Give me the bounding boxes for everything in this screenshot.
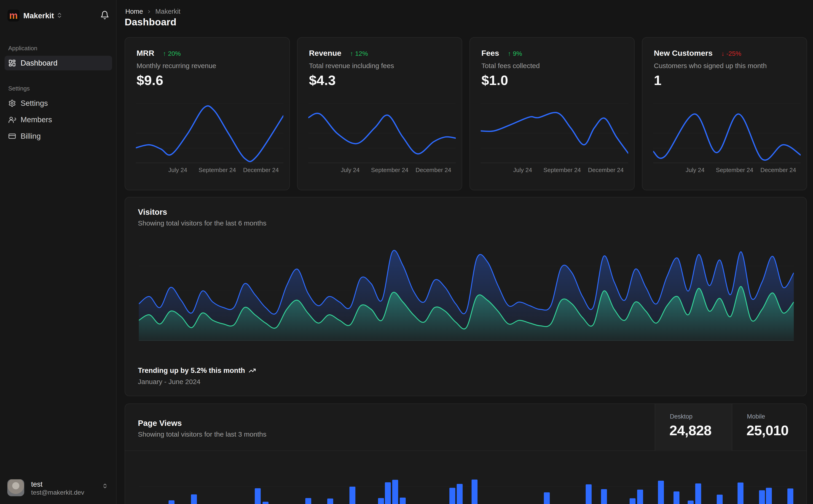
visitors-title: Visitors <box>138 207 167 217</box>
breadcrumb-current: Makerkit <box>155 8 180 15</box>
breadcrumb-home[interactable]: Home <box>125 8 143 15</box>
stat-description: Monthly recurring revenue <box>136 62 216 70</box>
logo-letter: m <box>9 11 18 20</box>
page-views-header: Page Views Showing total visitors for th… <box>125 404 806 451</box>
credit-card-icon <box>8 132 16 140</box>
desktop-value: 24,828 <box>669 422 712 438</box>
visitors-trend: Trending up by 5.2% this month <box>138 366 256 375</box>
chevrons-up-down-icon[interactable] <box>56 12 63 19</box>
stat-card-revenue: Revenue ↑12% Total revenue including fee… <box>297 37 462 190</box>
stat-value: 1 <box>654 72 662 88</box>
sidebar-item-settings[interactable]: Settings <box>5 96 112 111</box>
page-title: Dashboard <box>125 16 176 28</box>
stat-value: $1.0 <box>481 72 508 88</box>
main-content: Home Makerkit Dashboard MRR ↑20% Monthly… <box>117 0 813 504</box>
stat-description: Total revenue including fees <box>309 62 394 70</box>
stat-change-badge: ↓-25% <box>721 50 741 57</box>
avatar <box>7 479 24 496</box>
stat-description: Customers who signed up this month <box>654 62 767 70</box>
stat-card-fees: Fees ↑9% Total fees collected $1.0 July … <box>469 37 635 190</box>
nav-section-application: Application <box>8 45 37 52</box>
sidebar-item-label: Settings <box>21 99 48 108</box>
chevron-right-icon <box>146 9 151 14</box>
sidebar-item-billing[interactable]: Billing <box>5 129 112 143</box>
sidebar: m Makerkit Application Dashboard Setting… <box>0 0 117 504</box>
stat-change-badge: ↑20% <box>163 50 181 57</box>
visitors-subtitle: Showing total visitors for the last 6 mo… <box>138 219 267 227</box>
sidebar-item-label: Dashboard <box>21 59 57 67</box>
stat-value: $4.3 <box>309 72 336 88</box>
visitors-date-range: January - June 2024 <box>138 378 200 386</box>
x-axis-labels: July 24 September 24 December 24 <box>136 167 283 174</box>
arrow-up-icon: ↑ <box>508 50 511 57</box>
bell-icon[interactable] <box>100 11 109 20</box>
desktop-label: Desktop <box>670 413 693 420</box>
stat-card-new-customers: New Customers ↓-25% Customers who signed… <box>642 37 807 190</box>
visitors-area-chart <box>139 241 794 341</box>
sidebar-item-label: Billing <box>21 132 41 141</box>
chevrons-up-down-icon <box>102 483 108 489</box>
mobile-stat-toggle[interactable]: Mobile 25,010 <box>732 404 807 451</box>
page-views-title: Page Views <box>138 419 182 428</box>
page-views-bar-chart <box>139 455 794 504</box>
stat-description: Total fees collected <box>481 62 540 70</box>
x-axis-labels: July 24 September 24 December 24 <box>481 167 628 174</box>
visitors-card: Visitors Showing total visitors for the … <box>125 197 807 396</box>
user-menu[interactable]: test test@makerkit.dev <box>0 476 117 501</box>
stat-title: Fees <box>481 49 499 58</box>
dashboard-icon <box>8 59 16 67</box>
stat-title: MRR <box>136 49 154 58</box>
page-views-card: Page Views Showing total visitors for th… <box>125 403 807 504</box>
revenue-sparkline-chart <box>308 98 456 163</box>
mobile-value: 25,010 <box>747 422 789 438</box>
users-icon <box>8 116 16 124</box>
mrr-sparkline-chart <box>136 98 283 163</box>
nav-section-settings: Settings <box>8 85 30 92</box>
stat-card-mrr: MRR ↑20% Monthly recurring revenue $9.6 … <box>125 37 290 190</box>
sidebar-item-dashboard[interactable]: Dashboard <box>5 56 112 70</box>
stat-change-badge: ↑12% <box>350 50 368 57</box>
desktop-stat-toggle[interactable]: Desktop 24,828 <box>655 404 732 451</box>
page-views-subtitle: Showing total visitors for the last 3 mo… <box>138 430 267 438</box>
sidebar-item-members[interactable]: Members <box>5 112 112 127</box>
stat-value: $9.6 <box>136 72 163 88</box>
app-logo: m <box>8 10 19 21</box>
app-root: { "colors": { "accent_blue": "#2e6bff", … <box>0 0 813 504</box>
sidebar-item-label: Members <box>21 115 52 124</box>
arrow-down-icon: ↓ <box>721 50 725 57</box>
x-axis-labels: July 24 September 24 December 24 <box>653 167 801 174</box>
trending-up-icon <box>249 367 256 374</box>
x-axis-labels: July 24 September 24 December 24 <box>308 167 456 174</box>
stat-title: Revenue <box>309 49 341 58</box>
stat-change-badge: ↑9% <box>508 50 522 57</box>
arrow-up-icon: ↑ <box>350 50 353 57</box>
mobile-label: Mobile <box>747 413 765 420</box>
breadcrumb: Home Makerkit <box>125 8 180 15</box>
user-email: test@makerkit.dev <box>31 489 84 496</box>
arrow-up-icon: ↑ <box>163 50 166 57</box>
user-name: test <box>31 480 43 488</box>
fees-sparkline-chart <box>481 98 628 163</box>
stat-title: New Customers <box>654 49 713 58</box>
new-customers-sparkline-chart <box>653 98 801 163</box>
gear-icon <box>8 99 16 107</box>
workspace-name[interactable]: Makerkit <box>23 11 54 20</box>
